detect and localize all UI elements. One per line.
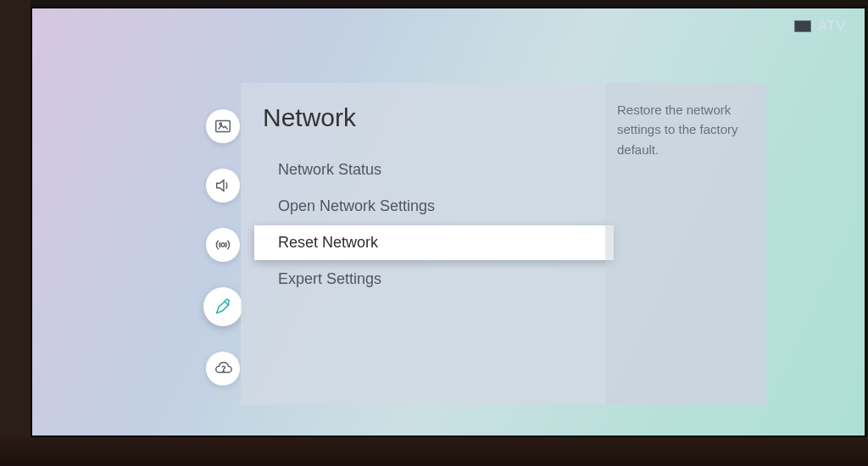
help-text: Restore the network settings to the fact… [617, 103, 738, 157]
tv-screen: ATV Network Network Status Open Network … [31, 7, 866, 437]
menu-list: Network Status Open Network Settings Res… [259, 153, 605, 297]
settings-category-rail [203, 109, 242, 386]
source-label: ATV [818, 19, 846, 34]
menu-item-reset-network[interactable]: Reset Network [254, 225, 614, 260]
tv-icon [794, 20, 811, 32]
menu-item-expert-settings[interactable]: Expert Settings [259, 262, 605, 297]
picture-icon[interactable] [206, 109, 240, 143]
broadcasting-icon[interactable] [206, 228, 240, 262]
room-ambient-left [0, 0, 31, 466]
svg-point-1 [220, 123, 221, 125]
menu-item-open-network-settings[interactable]: Open Network Settings [259, 189, 605, 224]
source-indicator: ATV [794, 19, 846, 34]
svg-point-3 [223, 371, 224, 372]
page-title: Network [259, 103, 605, 132]
support-icon[interactable] [206, 352, 240, 386]
settings-panel: Network Network Status Open Network Sett… [241, 83, 766, 405]
help-panel: Restore the network settings to the fact… [605, 83, 766, 405]
menu-item-network-status[interactable]: Network Status [259, 153, 605, 187]
panel-main: Network Network Status Open Network Sett… [241, 83, 605, 405]
svg-point-2 [221, 243, 225, 247]
room-ambient-bottom [0, 437, 868, 466]
general-icon[interactable] [203, 287, 242, 326]
sound-icon[interactable] [206, 169, 240, 202]
